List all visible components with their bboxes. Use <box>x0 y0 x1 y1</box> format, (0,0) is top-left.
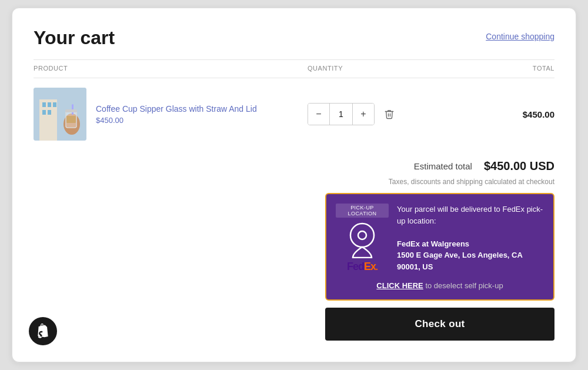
product-name: Coffee Cup Sipper Glass with Straw And L… <box>96 104 257 114</box>
product-cell: Coffee Cup Sipper Glass with Straw And L… <box>34 88 308 141</box>
continue-shopping-link[interactable]: Continue shopping <box>486 27 554 41</box>
quantity-cell: − 1 + <box>308 103 460 125</box>
svg-point-14 <box>358 231 366 239</box>
page-title: Your cart <box>34 27 115 49</box>
quantity-value: 1 <box>329 104 353 125</box>
svg-rect-12 <box>66 116 76 123</box>
estimated-total-label: Estimated total <box>414 161 472 171</box>
total-column-header: TOTAL <box>460 65 554 72</box>
quantity-control: − 1 + <box>308 103 375 125</box>
svg-rect-5 <box>42 110 46 115</box>
quantity-decrease-button[interactable]: − <box>308 104 329 125</box>
quantity-column-header: QUANTITY <box>308 65 460 72</box>
quantity-increase-button[interactable]: + <box>353 104 374 125</box>
product-info: Coffee Cup Sipper Glass with Straw And L… <box>96 104 257 125</box>
fedex-logo: FedEx. <box>347 261 377 273</box>
deselect-text: to deselect self pick-up <box>423 281 503 290</box>
pickup-inner: Pick-up location FedEx. <box>336 204 544 273</box>
pickup-icon-area: Pick-up location FedEx. <box>336 204 389 273</box>
tax-note: Taxes, discounts and shipping calculated… <box>389 178 554 186</box>
product-price: $450.00 <box>96 116 257 125</box>
estimated-total-row: Estimated total $450.00 USD <box>414 159 554 173</box>
table-header: PRODUCT QUANTITY TOTAL <box>34 59 554 76</box>
svg-rect-2 <box>42 102 46 107</box>
pickup-store-name: FedEx at Walgreens <box>397 239 469 248</box>
svg-rect-3 <box>48 102 51 107</box>
pickup-location-label: Pick-up location <box>336 204 389 218</box>
product-column-header: PRODUCT <box>34 65 308 72</box>
pickup-address: 1500 E Gage Ave, Los Angeles, CA 90001, … <box>397 251 522 271</box>
delete-item-button[interactable] <box>382 106 397 122</box>
checkout-button[interactable]: Check out <box>325 308 554 341</box>
cart-header: Your cart Continue shopping <box>34 27 554 49</box>
click-here-link[interactable]: CLICK HERE <box>376 281 423 290</box>
line-total: $450.00 <box>460 109 554 119</box>
cart-item-row: Coffee Cup Sipper Glass with Straw And L… <box>34 78 554 150</box>
cart-container: Your cart Continue shopping PRODUCT QUAN… <box>12 8 576 362</box>
svg-rect-11 <box>65 109 77 112</box>
pickup-location-box: Pick-up location FedEx. <box>325 193 554 301</box>
cart-summary: Estimated total $450.00 USD Taxes, disco… <box>34 159 554 341</box>
pickup-text-area: Your parcel will be delivered to FedEx p… <box>397 204 544 272</box>
pickup-footer: CLICK HERE to deselect self pick-up <box>336 281 544 290</box>
svg-point-13 <box>350 224 374 247</box>
estimated-total-value: $450.00 USD <box>484 159 554 173</box>
product-image <box>34 88 86 141</box>
svg-rect-6 <box>48 110 51 115</box>
svg-rect-4 <box>53 102 56 107</box>
pickup-delivery-text: Your parcel will be delivered to FedEx p… <box>397 205 543 225</box>
shopify-badge <box>29 317 57 345</box>
